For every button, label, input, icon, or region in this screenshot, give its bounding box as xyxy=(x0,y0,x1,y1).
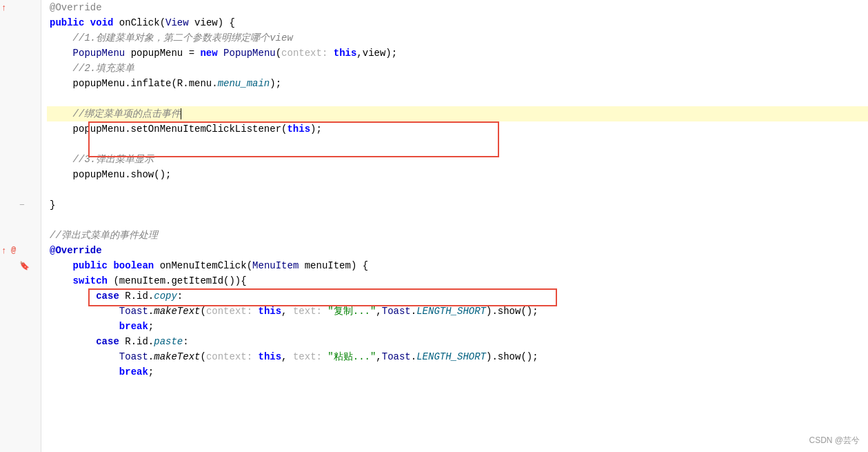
code-area[interactable]: @Override public void onClick( View view… xyxy=(41,0,868,452)
token-case-2: case xyxy=(96,336,119,347)
token-space xyxy=(84,17,90,28)
token-paren-open: ( xyxy=(276,48,281,59)
token-comment-2: //2.填充菜单 xyxy=(73,62,135,75)
arrow-up-icon: ↑ xyxy=(1,3,7,13)
code-line-8: //绑定菜单项的点击事件 xyxy=(47,106,868,121)
token-length-short-2: LENGTH_SHORT xyxy=(416,351,486,362)
code-line-5: //2.填充菜单 xyxy=(47,61,868,76)
code-line-19: switch (menuItem.getItemId()){ xyxy=(47,273,868,288)
token-dot-length-1: . xyxy=(411,306,416,317)
code-line-25: break ; xyxy=(47,364,868,380)
code-line-13 xyxy=(47,182,868,197)
code-line-12: popupMenu.show(); xyxy=(47,167,868,182)
token-comma-length-2: , xyxy=(376,351,381,362)
gutter-line-15 xyxy=(0,213,37,228)
gutter-line-7 xyxy=(0,91,37,106)
token-inflate-close: ); xyxy=(270,78,281,89)
arrow-up-icon-2: ↑ xyxy=(1,246,7,256)
token-semi-1: ; xyxy=(148,321,154,332)
gutter-line-17: ↑ @ xyxy=(0,243,37,258)
token-menuitem-param: menuItem) { xyxy=(299,260,368,271)
token-indent-24 xyxy=(50,351,119,362)
token-indent-23 xyxy=(50,336,96,347)
token-set-listener: popupMenu.setOnMenuItemClickListener( xyxy=(73,124,287,135)
gutter-line-10 xyxy=(0,137,37,152)
code-line-14: } xyxy=(47,197,868,213)
token-show-2: ).show(); xyxy=(486,351,538,362)
editor-container: ↑ − ↑ @ xyxy=(0,0,868,452)
token-indent-4 xyxy=(50,48,73,59)
token-indent-5 xyxy=(50,63,73,74)
token-comma-text-1: , xyxy=(281,306,293,317)
token-semi-2: ; xyxy=(148,366,154,377)
token-maketext-method-2: makeText xyxy=(154,351,200,362)
at-icon: @ xyxy=(11,246,16,255)
token-space-bool xyxy=(108,260,113,271)
token-menu-main: menu_main xyxy=(218,78,270,89)
code-line-22: break ; xyxy=(47,319,868,334)
token-onclick: onClick( xyxy=(113,17,165,28)
token-show: popupMenu.show(); xyxy=(73,169,172,180)
token-comment-popup: //弹出式菜单的事件处理 xyxy=(50,229,158,242)
token-override-1: @Override xyxy=(50,2,102,13)
gutter-line-1: ↑ xyxy=(0,0,37,15)
token-length-short-1: LENGTH_SHORT xyxy=(416,306,486,317)
token-this-1: this xyxy=(334,48,357,59)
code-line-7 xyxy=(47,91,868,106)
token-menuitem-type: MenuItem xyxy=(252,260,299,271)
token-indent-6 xyxy=(50,78,73,89)
gutter-line-21 xyxy=(0,304,37,319)
code-line-24: Toast . makeText ( context: this , text:… xyxy=(47,349,868,364)
token-string-copy: "复制..." xyxy=(327,305,376,317)
gutter-line-9 xyxy=(0,121,37,137)
code-line-15 xyxy=(47,213,868,228)
code-line-21: Toast . makeText ( context: this , text:… xyxy=(47,304,868,319)
token-this-3: this xyxy=(259,306,282,317)
token-boolean: boolean xyxy=(113,260,154,271)
token-comment-bind: //绑定菜单项的点击事件 xyxy=(73,108,181,120)
token-rid-copy: R.id. xyxy=(119,291,154,302)
code-line-20: case R.id. copy : xyxy=(47,288,868,304)
collapse-icon[interactable]: − xyxy=(19,200,25,210)
gutter-line-3 xyxy=(0,30,37,46)
token-colon-2: : xyxy=(183,336,188,347)
line-gutter: ↑ − ↑ @ xyxy=(0,0,41,452)
code-line-18: public boolean onMenuItemClick( MenuItem… xyxy=(47,258,868,273)
token-indent-19 xyxy=(50,275,73,286)
gutter-line-23 xyxy=(0,334,37,349)
gutter-line-6 xyxy=(0,76,37,91)
token-listener-close: ); xyxy=(310,124,322,135)
token-toast-class-1: Toast xyxy=(382,306,411,317)
token-colon-1: : xyxy=(177,291,183,302)
token-text-hint-1: text: xyxy=(293,306,327,317)
token-indent-22 xyxy=(50,321,119,332)
token-rid-paste: R.id. xyxy=(119,336,154,347)
gutter-line-2 xyxy=(0,15,37,30)
code-line-17: @Override xyxy=(47,243,868,258)
token-paste-ref: paste xyxy=(154,336,183,347)
code-line-16: //弹出式菜单的事件处理 xyxy=(47,228,868,243)
token-this-2: this xyxy=(287,124,310,135)
token-indent-8 xyxy=(50,108,73,119)
code-line-11: //3.弹出菜单显示 xyxy=(47,152,868,167)
text-cursor xyxy=(181,108,181,119)
watermark: CSDN @芸兮 xyxy=(809,435,860,446)
gutter-line-25 xyxy=(0,364,37,380)
token-view-param: view) { xyxy=(189,17,235,28)
token-indent-18 xyxy=(50,260,73,271)
token-space-2 xyxy=(218,48,223,59)
gutter-line-18: 🔖 xyxy=(0,258,37,273)
token-indent-25 xyxy=(50,366,119,377)
code-line-3: //1.创建菜单对象，第二个参数表明绑定哪个view xyxy=(47,30,868,46)
code-line-1: @Override xyxy=(47,0,868,15)
gutter-line-19 xyxy=(0,273,37,288)
token-context-hint-2: context: xyxy=(206,306,259,317)
token-switch: switch xyxy=(73,275,108,286)
token-break-1: break xyxy=(119,321,148,332)
token-dot-length-2: . xyxy=(411,351,416,362)
token-dot-2: . xyxy=(148,351,154,362)
token-case-1: case xyxy=(96,291,119,302)
token-comment-3: //3.弹出菜单显示 xyxy=(73,153,154,166)
token-maketext-1: . xyxy=(148,306,154,317)
token-indent-21 xyxy=(50,306,119,317)
